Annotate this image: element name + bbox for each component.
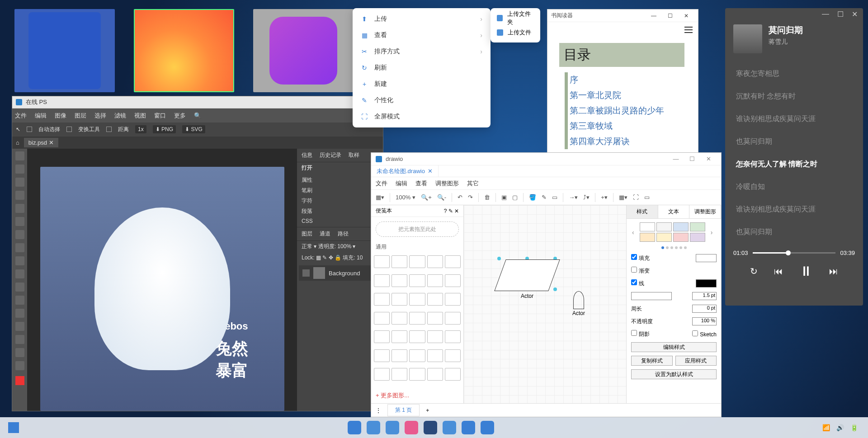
move-tool-icon[interactable]: ↖ <box>16 126 20 132</box>
shape-item[interactable] <box>445 255 461 268</box>
tab-channels[interactable]: 通道 <box>320 230 330 238</box>
resize-handle[interactable] <box>553 287 557 291</box>
desktop-file-2[interactable] <box>134 9 234 103</box>
search-icon[interactable]: 🔍 <box>194 112 201 119</box>
resize-handle[interactable] <box>497 257 501 260</box>
fill-color[interactable] <box>696 254 717 262</box>
tool-lasso[interactable] <box>15 178 24 187</box>
swatch[interactable] <box>656 233 672 242</box>
menu-extras[interactable]: 其它 <box>467 179 479 188</box>
battery-icon[interactable]: 🔋 <box>850 424 858 431</box>
menu-icon[interactable] <box>684 27 693 33</box>
tool-hand[interactable] <box>15 348 24 357</box>
undo-icon[interactable]: ↶ <box>458 194 462 201</box>
tool-zoom[interactable] <box>15 361 24 370</box>
tab-props[interactable]: 属性 <box>302 176 312 184</box>
tab-info[interactable]: 信息 <box>302 151 312 159</box>
tool-heal[interactable] <box>15 230 24 239</box>
export-svg-button[interactable]: ⬇ SVG <box>182 125 205 133</box>
copy-style-button[interactable]: 复制样式 <box>631 356 673 366</box>
home-icon[interactable]: ⌂ <box>16 139 19 146</box>
fill-checkbox[interactable]: 填充 <box>631 254 650 262</box>
shape-item[interactable] <box>374 293 390 306</box>
seek-bar[interactable] <box>753 252 836 254</box>
delete-icon[interactable]: 🗑 <box>484 194 490 201</box>
ctx-refresh[interactable]: ↻刷新 <box>353 60 491 76</box>
category-general[interactable]: 通用 <box>371 241 463 253</box>
toc-link[interactable]: 第二章被踢出灵路的少年 <box>565 103 690 118</box>
shape-item[interactable] <box>392 330 407 343</box>
shape-item[interactable] <box>409 255 425 268</box>
line-color-icon[interactable]: ✎ <box>542 194 547 201</box>
to-back-icon[interactable]: ▢ <box>512 194 518 201</box>
menu-layer[interactable]: 图层 <box>75 112 86 120</box>
tab-paths[interactable]: 路径 <box>338 230 349 238</box>
taskbar-app-reader[interactable] <box>443 421 456 434</box>
prev-button[interactable]: ⏮ <box>774 266 783 277</box>
zoom-select[interactable]: 100% ▾ <box>396 194 415 201</box>
zoom-in-icon[interactable]: 🔍+ <box>421 194 432 201</box>
shape-item[interactable] <box>392 349 407 362</box>
shape-item[interactable] <box>427 368 443 381</box>
tool-path[interactable] <box>15 322 24 331</box>
taskbar-app-explorer[interactable] <box>367 421 380 434</box>
shape-item[interactable] <box>427 312 443 325</box>
prev-icon[interactable]: ‹ <box>630 229 636 236</box>
tool-text[interactable] <box>15 309 24 318</box>
upload-folder[interactable]: 上传文件夹 <box>491 11 540 25</box>
ctx-upload[interactable]: ⬆上传› <box>353 11 491 27</box>
shape-item[interactable] <box>445 330 461 343</box>
maximize-button[interactable]: ☐ <box>662 13 678 19</box>
window-titlebar[interactable]: 在线 PS <box>12 96 383 108</box>
fill-value[interactable]: 10 <box>357 254 363 261</box>
close-icon[interactable]: ✕ <box>428 168 433 174</box>
line-style-select[interactable] <box>631 292 672 300</box>
shape-actor-stickman[interactable]: Actor <box>572 291 585 316</box>
shape-item[interactable] <box>374 274 390 287</box>
shape-item[interactable] <box>409 274 425 287</box>
ctx-personalize[interactable]: ✎个性化 <box>353 92 491 108</box>
menu-filter[interactable]: 滤镜 <box>114 112 126 120</box>
minimize-button[interactable]: — <box>668 155 684 162</box>
waypoint-icon[interactable]: ⤴▾ <box>583 194 590 201</box>
fill-color-icon[interactable]: 🪣 <box>529 194 536 201</box>
blend-select[interactable]: 正常 <box>302 243 312 250</box>
tool-gradient[interactable] <box>15 283 24 292</box>
ps-canvas[interactable]: Webos 兔然暴富 <box>27 149 297 411</box>
tab-css[interactable]: CSS <box>302 218 313 224</box>
tab-history[interactable]: 历史记录 <box>320 151 341 159</box>
export-png-button[interactable]: ⬇ PNG <box>153 125 176 133</box>
taskbar-app-drawio[interactable] <box>462 421 475 434</box>
zoom-out-icon[interactable]: 🔍- <box>437 194 446 201</box>
menu-edit[interactable]: 编辑 <box>35 112 47 120</box>
window-titlebar[interactable]: drawio — ☐ ✕ <box>371 153 721 165</box>
next-button[interactable]: ⏭ <box>829 266 838 277</box>
shape-item[interactable] <box>392 255 407 268</box>
line-width-input[interactable]: 1.5 pt <box>692 292 717 300</box>
shape-item[interactable] <box>427 274 443 287</box>
shape-item[interactable] <box>427 330 443 343</box>
menu-window[interactable]: 窗口 <box>154 112 166 120</box>
tool-wand[interactable] <box>15 191 24 200</box>
fullscreen-icon[interactable]: ⛶ <box>633 194 639 201</box>
toc-link[interactable]: 第一章北灵院 <box>565 88 690 103</box>
opacity-value[interactable]: 100% <box>337 243 351 250</box>
swatch[interactable] <box>656 222 672 231</box>
menu-edit[interactable]: 编辑 <box>396 179 407 188</box>
zoom-select[interactable]: 1x <box>135 125 146 133</box>
redo-icon[interactable]: ↷ <box>468 194 473 201</box>
tool-eraser[interactable] <box>15 269 24 278</box>
tool-shape[interactable] <box>15 335 24 344</box>
ctx-fullscreen[interactable]: ⛶全屏模式 <box>353 108 491 125</box>
lyrics-panel[interactable]: 寒夜怎寄相思 沉默有时 念想有时 谁诀别相思成疾莫问天涯 也莫问归期 怎奈何无人… <box>725 62 863 243</box>
shadow-checkbox[interactable]: 阴影 <box>631 330 650 338</box>
shape-item[interactable] <box>374 368 390 381</box>
document-tab[interactable]: biz.psd ✕ <box>24 138 58 147</box>
tab-layers[interactable]: 图层 <box>302 230 312 238</box>
tab-style[interactable]: 样式 <box>627 205 658 218</box>
close-button[interactable]: ✕ <box>700 155 717 162</box>
page-menu-icon[interactable]: ⋮ <box>371 405 386 415</box>
shape-item[interactable] <box>445 368 461 381</box>
table-icon[interactable]: ▦▾ <box>619 194 627 201</box>
volume-icon[interactable]: 🔊 <box>836 424 844 431</box>
